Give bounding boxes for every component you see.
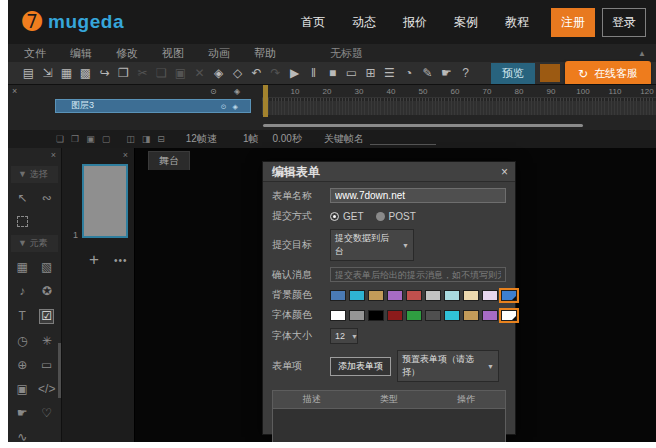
pages-close-icon[interactable]: × bbox=[123, 150, 128, 160]
bg-color-swatch-8[interactable] bbox=[482, 290, 498, 301]
menu-编辑[interactable]: 编辑 bbox=[70, 46, 92, 61]
playhead[interactable] bbox=[263, 85, 268, 117]
gesture-icon[interactable]: ☛ bbox=[438, 64, 455, 82]
menu-动画[interactable]: 动画 bbox=[208, 46, 230, 61]
bg-color-swatch-5[interactable] bbox=[425, 290, 441, 301]
bg-color-swatch-6[interactable] bbox=[444, 290, 460, 301]
add-form-item-button[interactable]: 添加表单项 bbox=[330, 357, 391, 376]
text-icon[interactable]: T bbox=[19, 310, 26, 323]
components-icon[interactable]: ▩ bbox=[77, 64, 94, 82]
pause-icon[interactable]: ‖ bbox=[305, 64, 322, 82]
timeline-tool-icon[interactable]: ◨ bbox=[142, 134, 151, 144]
section-title-元素[interactable]: ▼ 元素 bbox=[11, 235, 58, 252]
online-support-button[interactable]: ↻ 在线客服 bbox=[565, 61, 651, 86]
export-icon[interactable]: ↪ bbox=[96, 64, 113, 82]
nav-item-动态[interactable]: 动态 bbox=[352, 14, 376, 31]
menu-视图[interactable]: 视图 bbox=[162, 46, 184, 61]
layer-row[interactable]: 图层3 ⊙◈ bbox=[55, 99, 251, 113]
login-button[interactable]: 登录 bbox=[602, 8, 646, 37]
nav-item-首页[interactable]: 首页 bbox=[301, 14, 325, 31]
media-icon[interactable]: ✪ bbox=[42, 285, 52, 298]
new-file-icon[interactable]: ▤ bbox=[20, 64, 37, 82]
play-icon[interactable]: ▶ bbox=[286, 64, 303, 82]
wheel-icon[interactable]: ✳ bbox=[42, 335, 52, 348]
tools-scrollbar[interactable] bbox=[58, 343, 61, 398]
frame-ruler[interactable]: 102030405060708090100110120 bbox=[262, 85, 656, 98]
timer-icon[interactable]: ◷ bbox=[17, 335, 27, 348]
stop-icon[interactable]: ■ bbox=[324, 64, 341, 82]
bg-color-swatch-9[interactable] bbox=[501, 290, 517, 301]
timeline-tool-icon[interactable]: ⊟ bbox=[157, 134, 165, 144]
timeline-tool-icon[interactable]: ▢ bbox=[102, 134, 111, 144]
radio-post[interactable] bbox=[376, 212, 385, 221]
save-icon[interactable]: ▦ bbox=[58, 64, 75, 82]
globe-icon[interactable]: ⊕ bbox=[17, 359, 27, 372]
image-icon[interactable]: ▧ bbox=[41, 261, 52, 274]
bg-color-swatch-0[interactable] bbox=[330, 290, 346, 301]
code-icon[interactable]: </> bbox=[38, 383, 55, 396]
font-color-swatch-1[interactable] bbox=[349, 310, 365, 321]
form-icon[interactable]: ☑ bbox=[39, 309, 54, 324]
timeline-close-icon[interactable]: × bbox=[12, 86, 17, 96]
font-color-swatch-0[interactable] bbox=[330, 310, 346, 321]
confirm-message-input[interactable] bbox=[330, 267, 506, 282]
bg-color-swatch-1[interactable] bbox=[349, 290, 365, 301]
tools-close-icon[interactable]: × bbox=[51, 150, 56, 160]
menu-帮助[interactable]: 帮助 bbox=[254, 46, 276, 61]
time-icon[interactable]: ◔ bbox=[400, 64, 417, 82]
bg-color-swatch-7[interactable] bbox=[463, 290, 479, 301]
add-page-button[interactable]: + bbox=[89, 250, 99, 270]
bg-color-swatch-2[interactable] bbox=[368, 290, 384, 301]
dialog-close-icon[interactable]: × bbox=[501, 162, 508, 182]
bg-color-swatch-4[interactable] bbox=[406, 290, 422, 301]
nav-item-案例[interactable]: 案例 bbox=[454, 14, 478, 31]
font-color-swatch-2[interactable] bbox=[368, 310, 384, 321]
help-icon[interactable]: ? bbox=[457, 64, 474, 82]
preset-items-select[interactable]: 预置表单项（请选择） ▼ bbox=[397, 350, 499, 382]
timeline-tool-icon[interactable]: ❐ bbox=[71, 134, 79, 144]
board-icon[interactable]: ▭ bbox=[41, 359, 52, 372]
radio-get[interactable] bbox=[330, 212, 339, 221]
align-icon[interactable]: ☰ bbox=[381, 64, 398, 82]
collapse-panel-icon[interactable]: ▲ bbox=[638, 49, 646, 58]
timeline-scrollbar[interactable] bbox=[263, 124, 583, 127]
curve-icon[interactable]: ∿ bbox=[17, 431, 27, 442]
lock-icon[interactable]: ◈ bbox=[210, 64, 227, 82]
marquee-tool-icon[interactable] bbox=[17, 216, 28, 227]
audio-icon[interactable]: ♪ bbox=[19, 285, 25, 298]
register-button[interactable]: 注册 bbox=[551, 8, 595, 37]
font-color-swatch-6[interactable] bbox=[444, 310, 460, 321]
select-tool-icon[interactable]: ↖ bbox=[17, 192, 27, 205]
layer-mini-toggles[interactable]: ⊙◈ bbox=[221, 101, 244, 112]
unlock-icon[interactable]: ◇ bbox=[229, 64, 246, 82]
timeline-tool-icon[interactable]: ▣ bbox=[86, 134, 95, 144]
font-color-swatch-7[interactable] bbox=[463, 310, 479, 321]
layer-visibility-icon[interactable]: ⊙ bbox=[210, 87, 217, 96]
import-icon[interactable]: ⇲ bbox=[39, 64, 56, 82]
font-color-swatch-4[interactable] bbox=[406, 310, 422, 321]
undo-icon[interactable]: ↶ bbox=[248, 64, 265, 82]
gesture-icon[interactable]: ☛ bbox=[17, 407, 28, 420]
layer-track[interactable] bbox=[262, 101, 656, 115]
bg-color-swatch-3[interactable] bbox=[387, 290, 403, 301]
section-title-选择[interactable]: ▼ 选择 bbox=[11, 166, 58, 183]
timeline-frames-area[interactable]: 102030405060708090100110120 bbox=[262, 85, 656, 130]
timeline-tool-icon[interactable]: ❏ bbox=[56, 134, 64, 144]
shape-heart-icon[interactable]: ♡ bbox=[41, 407, 52, 420]
menu-修改[interactable]: 修改 bbox=[116, 46, 138, 61]
page-thumbnail[interactable] bbox=[82, 164, 128, 238]
nav-item-报价[interactable]: 报价 bbox=[403, 14, 427, 31]
font-color-swatch-3[interactable] bbox=[387, 310, 403, 321]
lasso-tool-icon[interactable]: ∾ bbox=[42, 192, 52, 205]
font-color-swatch-9[interactable] bbox=[501, 310, 517, 321]
layer-lock-icon[interactable]: ◈ bbox=[234, 87, 240, 96]
pen-icon[interactable]: ✎ bbox=[419, 64, 436, 82]
storyboard-icon[interactable]: ⊞ bbox=[362, 64, 379, 82]
stage-tab[interactable]: 舞台 bbox=[148, 151, 190, 170]
menu-文件[interactable]: 文件 bbox=[24, 46, 46, 61]
screen-preview-icon[interactable]: ▭ bbox=[343, 64, 360, 82]
mugeda-logo[interactable]: ➐ mugeda bbox=[22, 10, 124, 34]
publish-button[interactable] bbox=[540, 64, 560, 82]
font-size-select[interactable]: 12 ▼ bbox=[330, 328, 358, 344]
nav-item-教程[interactable]: 教程 bbox=[505, 14, 529, 31]
